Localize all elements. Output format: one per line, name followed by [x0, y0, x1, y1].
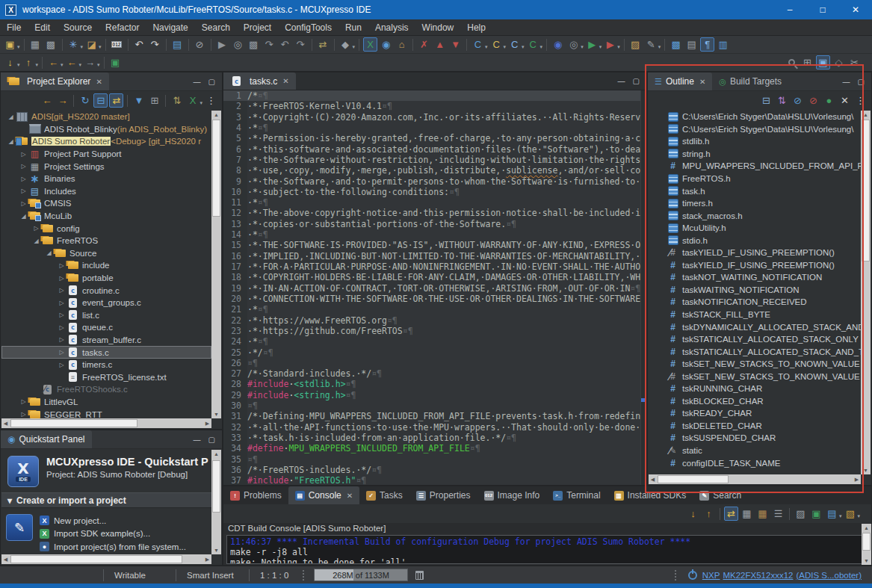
tree-item-adis-sumo-roboter[interactable]: ◢ADIS Sumo Roboter <Debug> [git_HS2020 r	[1, 135, 211, 148]
project-explorer-vscrollbar[interactable]: ▲▼	[211, 111, 221, 418]
outline-item[interactable]: tskSTACK_FILL_BYTE	[649, 309, 861, 321]
tree-item-tasks-c[interactable]: ▷tasks.c	[1, 346, 211, 359]
display-console-icon[interactable]: ▤	[825, 507, 839, 521]
debug-alt-icon[interactable]: ◎	[566, 37, 581, 52]
outline-item[interactable]: static	[649, 445, 861, 457]
dropdown-arrow-icon[interactable]: ▾	[599, 44, 602, 50]
dropdown-arrow-icon[interactable]: ▾	[36, 62, 39, 68]
menu-navigate[interactable]: Navigate	[146, 21, 194, 34]
save-all-icon[interactable]: ▩	[44, 37, 58, 52]
tab-image-info[interactable]: 012Image Info	[477, 486, 547, 504]
dropdown-arrow-icon[interactable]: ▾	[17, 44, 20, 50]
tab-console[interactable]: ▤Console✕	[288, 486, 359, 504]
tree-item-stream-buffer-c[interactable]: ▷stream_buffer.c	[1, 334, 211, 347]
outline-item[interactable]: tskRUNNING_CHAR	[649, 383, 861, 395]
expand-arrow-icon[interactable]: ▷	[57, 262, 67, 269]
new-wizard-icon[interactable]: ▣	[3, 37, 17, 52]
show-console-icon[interactable]: ▦	[740, 507, 754, 521]
debug-icon[interactable]: ◉	[551, 37, 565, 52]
refresh-c-icon[interactable]: C	[526, 37, 540, 52]
search-icon[interactable]	[788, 59, 795, 66]
forward-arrow-icon[interactable]: →	[55, 93, 69, 108]
outline-hscrollbar[interactable]: ◀▶	[649, 474, 861, 484]
save-icon[interactable]: ▦	[28, 37, 43, 52]
word-wrap-icon[interactable]: ☰	[771, 507, 785, 521]
close-icon[interactable]: ✕	[96, 78, 102, 86]
xpresso-filter-icon[interactable]: X	[185, 93, 200, 108]
outline-item[interactable]: configIDLE_TASK_NAME	[649, 457, 861, 469]
menu-refactor[interactable]: Refactor	[99, 21, 146, 34]
menu-source[interactable]: Source	[57, 21, 99, 34]
collapse-all-icon[interactable]: ⊟	[93, 93, 108, 108]
open-folder-icon[interactable]: ▨	[628, 37, 643, 52]
maximize-icon[interactable]: ▢	[208, 436, 215, 444]
close-button[interactable]: ✕	[839, 0, 872, 19]
redo-icon[interactable]: ↷	[148, 37, 162, 52]
tab-outline[interactable]: ☰ Outline ✕	[648, 72, 712, 90]
menu-edit[interactable]: Edit	[28, 21, 57, 34]
expand-arrow-icon[interactable]: ▷	[57, 287, 67, 294]
tree-item-timers-c[interactable]: ▷timers.c	[1, 359, 211, 371]
tree-item-adis[interactable]: ◢ADIS [git_HS2020 master]	[1, 111, 211, 123]
tree-item-source[interactable]: ◢Source	[1, 247, 211, 260]
outline-item[interactable]: task.h	[649, 185, 861, 197]
quickstart-vscrollbar[interactable]: ▲▼	[211, 450, 221, 554]
minimize-icon[interactable]: —	[618, 77, 625, 85]
close-icon[interactable]: ✕	[282, 77, 288, 85]
scroll-lock-up-icon[interactable]: ↑	[702, 507, 716, 521]
tree-item-include[interactable]: ▷include	[1, 259, 211, 272]
console-output[interactable]: 11:46:37 **** Incremental Build of confi…	[226, 535, 862, 564]
outline-item[interactable]: taskWAITING_NOTIFICATION	[649, 284, 861, 297]
skip-breakpoints-icon[interactable]: ⊘	[193, 37, 207, 52]
expand-arrow-icon[interactable]: ▷	[19, 200, 28, 207]
outline-item[interactable]: tskBLOCKED_CHAR	[649, 395, 861, 408]
nav-back-curved-icon[interactable]: ↷	[262, 37, 276, 52]
menu-window[interactable]: Window	[415, 21, 461, 34]
dropdown-arrow-icon[interactable]: ▾	[99, 44, 102, 50]
project-link[interactable]: (ADIS S...oboter)	[796, 571, 862, 580]
dropdown-arrow-icon[interactable]: ▾	[581, 44, 584, 50]
forward-icon[interactable]: →	[83, 55, 97, 69]
new-c-folder-icon[interactable]: C	[489, 37, 504, 52]
back-arrow-icon[interactable]: ←	[40, 93, 54, 108]
garbage-collect-icon[interactable]	[415, 571, 424, 580]
outline-item[interactable]: string.h	[649, 148, 861, 161]
tab-search[interactable]: ✎Search	[693, 486, 748, 504]
menu-project[interactable]: Project	[237, 21, 278, 34]
collapse-arrow-icon[interactable]: ◢	[6, 114, 16, 120]
project-explorer-tree[interactable]: ◢ADIS [git_HS2020 master]ADIS Robot_Blin…	[1, 111, 211, 418]
dropdown-arrow-icon[interactable]: ▾	[504, 44, 507, 50]
sort-icon[interactable]: ⇅	[775, 93, 789, 108]
quickstart-hscrollbar[interactable]: ◀▶	[1, 554, 211, 564]
expand-arrow-icon[interactable]: ▷	[57, 336, 67, 343]
outline-item[interactable]: tskDELETED_CHAR	[649, 420, 861, 433]
open-console-icon[interactable]: ▤	[170, 37, 185, 52]
tree-item-adis-robot-blinky[interactable]: ADIS Robot_Blinky (in ADIS_Robot_Blinky)	[1, 123, 211, 136]
tree-item-freertoshooks-c[interactable]: FreeRTOShooks.c	[1, 383, 211, 396]
overview-ruler[interactable]	[640, 90, 646, 485]
menu-run[interactable]: Run	[338, 21, 368, 34]
expand-arrow-icon[interactable]: ▷	[19, 398, 28, 405]
build-hammer-icon[interactable]: ◪	[84, 37, 99, 52]
link-editor-icon[interactable]: ⇄	[109, 93, 123, 108]
tree-item-event-groups-c[interactable]: ▷event_groups.c	[1, 297, 211, 309]
collapse-arrow-icon[interactable]: ◢	[44, 250, 54, 256]
tab-properties[interactable]: ☰Properties	[409, 486, 477, 504]
refresh-icon[interactable]: ⇄	[316, 37, 330, 52]
expand-arrow-icon[interactable]: ▷	[19, 163, 28, 170]
tree-item-cmsis[interactable]: ▷CMSIS	[1, 197, 211, 210]
project-explorer-hscrollbar[interactable]: ◀▶	[1, 418, 211, 428]
menu-file[interactable]: File	[0, 21, 28, 34]
lock-console-icon[interactable]: ▦	[755, 507, 770, 521]
new-c-project-icon[interactable]: C	[471, 37, 485, 52]
tree-item-project-part-support[interactable]: ▷Project Part Support	[1, 148, 211, 161]
outline-item[interactable]: FreeRTOS.h	[649, 173, 861, 185]
dropdown-arrow-icon[interactable]: ▾	[61, 62, 64, 68]
outline-item[interactable]: taskNOT_WAITING_NOTIFICATION	[649, 271, 861, 284]
tree-item-binaries[interactable]: ▷Binaries	[1, 173, 211, 185]
new-c-file-icon[interactable]: C	[507, 37, 522, 52]
export-icon[interactable]: ↑	[22, 55, 36, 69]
pencil-icon[interactable]: ✎	[644, 37, 658, 52]
tag-icon[interactable]: ◆	[338, 37, 353, 52]
perspective-debug-icon[interactable]: ✂	[847, 55, 862, 69]
